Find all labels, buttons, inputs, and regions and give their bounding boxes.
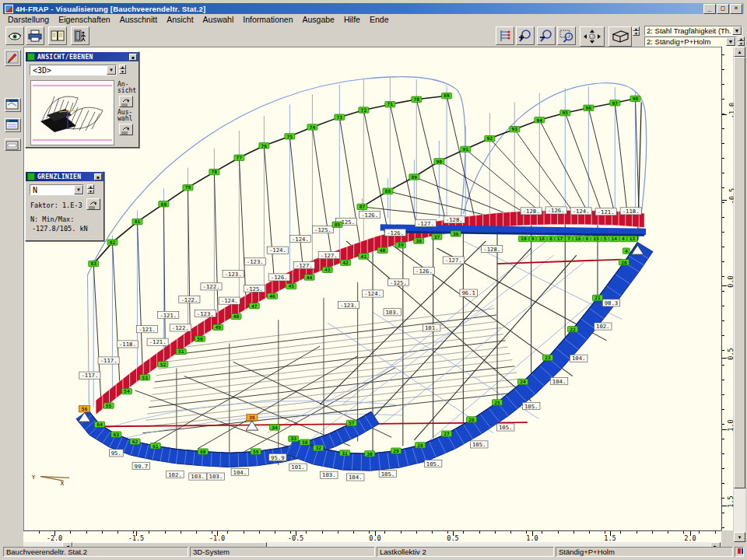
svg-text:Y: Y: [32, 474, 36, 481]
svg-text:-124.: -124.: [292, 236, 309, 243]
display-options-button[interactable]: [496, 26, 514, 45]
svg-text:103.: 103.: [385, 309, 398, 316]
menu-hilfe[interactable]: Hilfe: [339, 15, 365, 24]
pan-control[interactable]: [580, 26, 605, 47]
faktor-edit-button[interactable]: [86, 198, 100, 210]
auswahl-apply-button[interactable]: [119, 124, 133, 135]
svg-text:36: 36: [453, 231, 459, 236]
svg-text:-128.: -128.: [446, 216, 463, 223]
printer-icon: [27, 28, 43, 44]
vertical-scroll-thumb[interactable]: [734, 57, 745, 488]
svg-text:96.1: 96.1: [461, 290, 475, 297]
left-tool-strip: [3, 47, 23, 548]
menu-ausschnitt[interactable]: Ausschnitt: [115, 15, 162, 24]
edit-mode-button[interactable]: [5, 50, 21, 66]
horizontal-ruler: -2.0-1.5-1.0-0.50.00.51.01.52.0: [23, 530, 721, 542]
svg-text:63: 63: [114, 432, 120, 437]
svg-text:103.: 103.: [209, 474, 223, 481]
view-selector-spinner[interactable]: ▲▼: [119, 65, 126, 74]
table-arrow-icon: [120, 125, 132, 135]
view-selector-combo[interactable]: <3D>: [30, 65, 117, 75]
svg-text:88: 88: [385, 188, 391, 194]
view-selector-dropdown-icon[interactable]: ▼: [107, 65, 116, 75]
exit-button[interactable]: [71, 26, 89, 45]
result-combo-spinner[interactable]: ▲▼: [87, 184, 94, 194]
svg-text:21: 21: [594, 295, 601, 300]
scroll-down-button[interactable]: ▼: [734, 532, 745, 542]
view-panel-titlebar[interactable]: ANSICHT/EBENEN ■: [26, 52, 139, 61]
minmax-value: -127.8/105. kN: [32, 225, 88, 233]
svg-text:69: 69: [444, 93, 450, 99]
svg-text:95: 95: [563, 110, 569, 116]
svg-text:75: 75: [287, 134, 293, 139]
svg-text:98.3: 98.3: [605, 299, 618, 306]
svg-text:X: X: [61, 480, 65, 487]
panel-shortcut-misc[interactable]: [5, 138, 21, 151]
svg-text:48: 48: [233, 313, 240, 319]
h-ruler-label: -0.5: [288, 534, 303, 542]
menu-ansicht[interactable]: Ansicht: [162, 15, 198, 24]
svg-text:-126.: -126.: [416, 268, 433, 275]
analysis-combo[interactable]: 2: Stahl Tragfähigkeit (Th. 2. O ▼: [644, 26, 742, 36]
limits-panel[interactable]: GRENZLINIEN ■ N ▼ ▲▼ Faktor: 1.E-3 N: Mi…: [25, 171, 104, 241]
limits-panel-close-icon[interactable]: ■: [94, 173, 102, 180]
minimize-button[interactable]: _: [703, 4, 716, 14]
result-combo-dropdown-icon[interactable]: ▼: [74, 185, 83, 194]
menu-darstellung[interactable]: Darstellung: [3, 15, 54, 24]
zoom-out-button[interactable]: [537, 26, 556, 45]
toolbar: ▲▼ 2: Stahl Tragfähigkeit (Th. 2. O ▼ 2:…: [3, 25, 744, 47]
svg-text:9: 9: [531, 236, 535, 242]
limits-panel-titlebar[interactable]: GRENZLINIEN ■: [26, 172, 103, 181]
exit-door-icon: [72, 28, 88, 44]
loadcase-combo[interactable]: 2: Ständig+P+Holm ▼: [644, 37, 736, 47]
view-3d-spinner[interactable]: ▲▼: [633, 26, 640, 36]
print-button[interactable]: [26, 26, 44, 45]
svg-text:85: 85: [335, 222, 341, 227]
svg-text:104.: 104.: [233, 469, 247, 476]
panel-icon: [27, 173, 35, 180]
panel-shortcut-limits[interactable]: [5, 118, 21, 132]
menu-eigenschaften[interactable]: Eigenschaften: [54, 15, 115, 24]
view-eye-button[interactable]: [5, 26, 24, 45]
ansicht-apply-button[interactable]: [119, 96, 133, 107]
svg-text:-127.: -127.: [417, 220, 434, 227]
loadcase-combo-dropdown-icon[interactable]: ▼: [726, 37, 735, 46]
svg-text:64: 64: [96, 422, 103, 427]
view-preview-thumbnail[interactable]: [30, 80, 114, 145]
view-panel-close-icon[interactable]: ■: [129, 54, 137, 61]
loadcase-combo-value: 2: Ständig+P+Holm: [647, 37, 710, 46]
zoom-in-button[interactable]: [516, 26, 535, 45]
close-button[interactable]: ×: [730, 4, 742, 14]
panel-shortcut-view[interactable]: [5, 98, 21, 112]
vertical-scrollbar[interactable]: ▲ ▼: [734, 47, 745, 542]
vertical-ruler: -1.0-0.50.00.51.01.5: [721, 47, 733, 530]
ansicht-label: An-sicht: [117, 82, 136, 94]
svg-text:61: 61: [153, 443, 159, 449]
svg-text:29: 29: [393, 448, 399, 453]
zoom-in-icon: [517, 28, 533, 44]
menu-auswahl[interactable]: Auswahl: [198, 15, 239, 24]
svg-text:58: 58: [302, 439, 308, 445]
svg-text:49: 49: [215, 324, 221, 330]
svg-text:103.: 103.: [322, 472, 335, 479]
svg-text:81: 81: [135, 219, 141, 225]
report-button[interactable]: [48, 26, 67, 45]
mini-window-icon: [5, 141, 19, 150]
svg-text:101.: 101.: [425, 324, 438, 331]
svg-text:71: 71: [388, 102, 394, 107]
loadcase-spinner[interactable]: ▲▼: [738, 37, 745, 46]
view-3d-button[interactable]: [608, 26, 632, 47]
analysis-combo-dropdown-icon[interactable]: ▼: [732, 26, 742, 35]
zoom-window-button[interactable]: [557, 26, 576, 45]
svg-text:60: 60: [200, 449, 206, 454]
view-panel[interactable]: ANSICHT/EBENEN ■ <3D> ▼ ▲▼ An-sicht Aus-: [25, 51, 139, 148]
svg-text:-127.: -127.: [445, 257, 462, 264]
svg-text:105.: 105.: [499, 424, 512, 431]
scroll-up-button[interactable]: ▲: [734, 47, 745, 57]
menu-informationen[interactable]: Informationen: [238, 15, 297, 24]
menu-ausgabe[interactable]: Ausgabe: [298, 15, 339, 24]
maximize-button[interactable]: □: [717, 4, 729, 14]
title-bar[interactable]: 4H-FRAP - Visualisierung [Bauchveerendel…: [3, 3, 744, 14]
menu-ende[interactable]: Ende: [365, 15, 394, 24]
svg-text:7: 7: [567, 236, 570, 242]
